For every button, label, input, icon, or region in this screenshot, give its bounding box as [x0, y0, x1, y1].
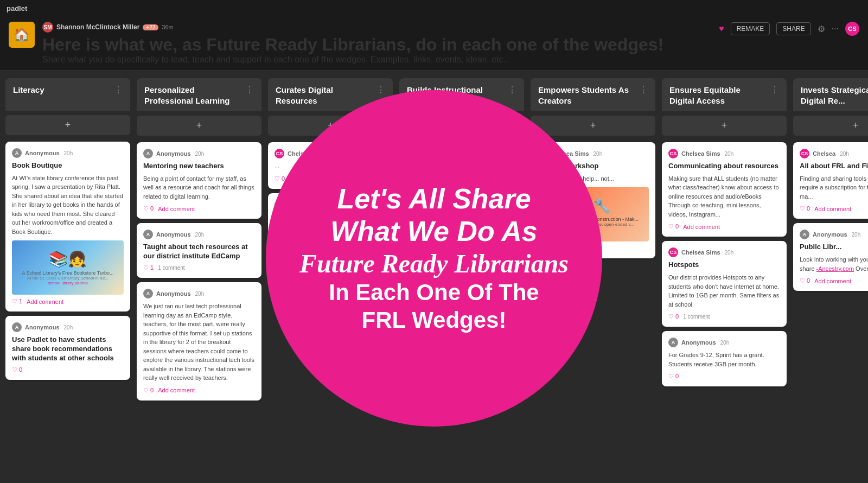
add-post-invests[interactable]: +	[793, 116, 868, 136]
card-meta: A Anonymous 20h	[800, 230, 868, 239]
column-menu-builds[interactable]: ⋮	[508, 85, 516, 95]
column-content-invests: CS Chelsea 20h All about FRL and Finding…	[793, 142, 868, 295]
add-post-equitable[interactable]: +	[662, 116, 787, 136]
card-footer: ♡ 0 Add comment	[143, 387, 255, 394]
add-post-personalized[interactable]: +	[137, 116, 261, 136]
column-content-personalized: A Anonymous 20h Mentoring new teachers B…	[137, 142, 261, 405]
add-post-empowers[interactable]: +	[531, 116, 655, 136]
card-likes[interactable]: ♡ 0	[275, 175, 285, 182]
card-meta: A Anonymous 20h	[143, 230, 255, 239]
column-content-literacy: A Anonymous 20h Book Boutique At WI's st…	[5, 142, 130, 384]
card-author: Chelsea Sims	[681, 249, 720, 256]
column-menu-equitable[interactable]: ⋮	[770, 85, 779, 95]
settings-icon[interactable]: ⚙	[818, 24, 825, 34]
user-avatar[interactable]: CS	[845, 22, 859, 36]
card-avatar: CS	[668, 247, 678, 257]
card-time: 20h	[725, 250, 734, 256]
card-likes[interactable]: ♡ 1	[12, 298, 22, 305]
card-public-library: A Anonymous 20h Public Libr... Look into…	[793, 223, 868, 291]
card-likes[interactable]: ♡ 1	[143, 264, 154, 271]
page-title: Here is what we, as Future Ready Librari…	[42, 35, 711, 55]
card-time: 20h	[725, 151, 734, 157]
card-meta: A Anonymous 20h	[143, 149, 255, 158]
card-meta: A Anonymous 20h	[12, 148, 124, 158]
column-menu-literacy[interactable]: ⋮	[114, 85, 123, 95]
card-footer: ♡ 0	[12, 366, 124, 373]
card-hotspots: CS Chelsea Sims 20h Hotspots Our distric…	[662, 241, 787, 327]
card-author: Anonymous	[156, 150, 191, 157]
more-icon[interactable]: ···	[832, 24, 839, 34]
card-meta: CS Chelsea Sims 20h	[668, 149, 780, 158]
header-avatar: SM	[42, 22, 53, 33]
card-author: Chelsea Sims	[681, 150, 720, 157]
add-comment-btn[interactable]: Add comment	[814, 206, 851, 212]
heart-icon[interactable]: ♥	[719, 24, 724, 34]
column-literacy: Literacy ⋮ + A Anonymous 20h Book Boutiq…	[5, 78, 130, 475]
card-author: Anonymous	[156, 231, 191, 238]
card-body: Our district provides Hotspots to any st…	[668, 273, 780, 309]
card-title: Communicating about resources	[668, 162, 780, 171]
card-time: 20h	[593, 151, 603, 157]
header: 🏠 SM Shannon McClintock Miller +22 36m H…	[0, 16, 868, 71]
add-comment-btn[interactable]: Add comment	[158, 206, 195, 212]
card-likes[interactable]: ♡ 0	[668, 313, 679, 320]
add-post-literacy[interactable]: +	[5, 115, 130, 135]
card-likes[interactable]: ♡ 0	[668, 223, 679, 230]
column-title-empowers: Empowers Students As Creators	[538, 85, 636, 106]
card-likes[interactable]: ♡ 0	[143, 205, 154, 212]
card-title: Use Padlet to have students share book r…	[12, 335, 124, 363]
card-avatar: A	[668, 338, 678, 347]
card-body: At WI's state library conference this pa…	[12, 174, 124, 237]
card-likes[interactable]: ♡ 0	[143, 387, 154, 394]
card-time: 20h	[852, 232, 861, 238]
add-comment-btn[interactable]: Add comment	[27, 298, 63, 305]
column-header-personalized: Personalized Professional Learning ⋮	[137, 78, 261, 111]
column-header-empowers: Empowers Students As Creators ⋮	[531, 78, 655, 111]
column-title-personalized: Personalized Professional Learning	[144, 85, 242, 106]
card-likes[interactable]: ♡ 0	[668, 373, 679, 380]
ancestry-link[interactable]: -Ancestry.com	[816, 265, 854, 272]
card-time: 20h	[64, 150, 73, 156]
header-icon: 🏠	[9, 22, 35, 48]
card-meta: CS Chelsea 20h	[800, 149, 868, 158]
comment-count: 1 comment	[683, 314, 710, 320]
card-padlet-share: A Anonymous 20h Use Padlet to have stude…	[5, 316, 130, 380]
overlay-line1: Let's All Share	[337, 183, 531, 215]
card-likes[interactable]: ♡ 0	[12, 366, 22, 373]
column-menu-personalized[interactable]: ⋮	[245, 85, 254, 95]
comment-count: 1 comment	[158, 265, 184, 271]
column-header-invests: Invests Strategically In Digital Re... ⋮	[793, 78, 868, 111]
card-body: Being a point of contact for my staff, a…	[143, 174, 255, 201]
column-menu-curates[interactable]: ⋮	[376, 85, 385, 95]
card-meta: CS Chelsea Sims 20h	[668, 247, 780, 257]
add-comment-btn[interactable]: Add comment	[158, 387, 195, 393]
card-body: We just ran our last tech professional l…	[143, 302, 255, 383]
column-menu-empowers[interactable]: ⋮	[639, 85, 648, 95]
card-avatar: A	[12, 322, 22, 332]
share-button[interactable]: SHARE	[776, 22, 810, 35]
card-time: 20h	[720, 340, 730, 346]
card-likes[interactable]: ♡ 0	[800, 277, 810, 284]
column-title-invests: Invests Strategically In Digital Re...	[801, 85, 868, 106]
card-title: Mentoring new teachers	[143, 162, 255, 171]
card-sprint-grant: A Anonymous 20h For Grades 9-12, Sprint …	[662, 331, 787, 386]
card-title: Hotspots	[668, 260, 780, 270]
overlay-line3: Future Ready Librarians	[299, 248, 569, 279]
card-likes[interactable]: ♡ 0	[800, 205, 810, 212]
card-title: Public Libr...	[800, 243, 868, 252]
remake-button[interactable]: REMAKE	[731, 22, 770, 35]
card-avatar: A	[143, 149, 153, 158]
column-personalized: Personalized Professional Learning ⋮ + A…	[137, 78, 261, 475]
add-comment-btn[interactable]: Add comment	[683, 224, 720, 230]
card-all-about-frl: CS Chelsea 20h All about FRL and Finding…	[793, 142, 868, 219]
card-footer: ♡ 1 Add comment	[12, 298, 124, 305]
card-image-bffs: 📚👧 A School Library's Free Bookstore Tur…	[12, 240, 124, 295]
card-footer: ♡ 0	[668, 373, 780, 380]
brand-label: padlet	[7, 4, 27, 12]
card-footer: ♡ 0 Add comment	[800, 205, 868, 212]
add-comment-btn[interactable]: Add comment	[814, 278, 851, 284]
column-title-literacy: Literacy	[13, 85, 111, 96]
card-title: All about FRL and Finding...	[800, 162, 868, 171]
card-author: Anonymous	[681, 339, 716, 346]
overlay-line4: In Each One Of The	[329, 279, 539, 306]
